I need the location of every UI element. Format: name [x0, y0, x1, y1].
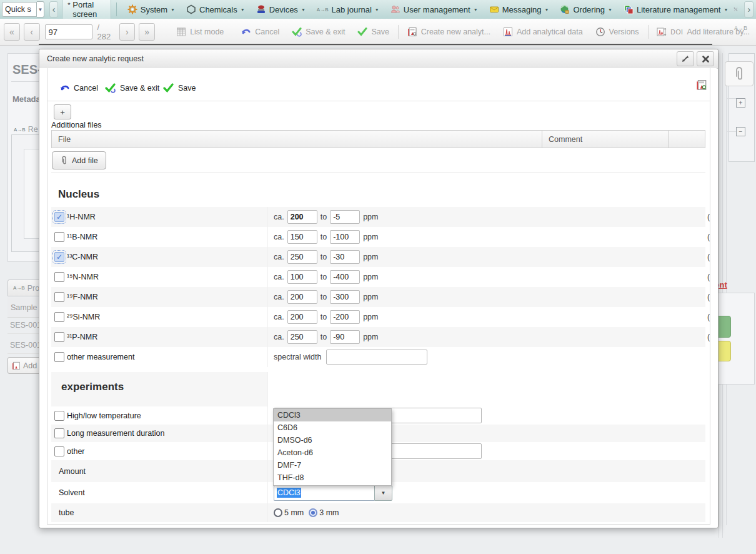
- experiments-heading-row: experiments: [51, 372, 705, 406]
- range-from-input[interactable]: [287, 330, 317, 344]
- dropdown-option-dmf-7[interactable]: DMF-7: [274, 459, 391, 471]
- last-page-button[interactable]: »: [139, 23, 155, 41]
- range-to-input[interactable]: [330, 270, 360, 284]
- range-to-input[interactable]: [330, 290, 360, 304]
- checkbox-29si-nmr[interactable]: [54, 312, 64, 322]
- toolbar-cancel-button[interactable]: Cancel: [235, 27, 286, 37]
- first-page-icon: «: [9, 27, 14, 37]
- literature-spectrum-icon: [657, 27, 667, 37]
- range-to-input[interactable]: [330, 250, 360, 264]
- menu-ordering[interactable]: Ordering▼: [554, 0, 618, 19]
- devices-icon: [256, 4, 266, 14]
- nucleus-label: ¹H-NMR: [67, 213, 96, 221]
- modal-save-exit-button[interactable]: Save & exit: [105, 83, 159, 93]
- versions-button[interactable]: Versions: [589, 27, 645, 37]
- nav-back-button[interactable]: ‹: [49, 1, 59, 18]
- menu-chemicals[interactable]: Chemicals▼: [181, 0, 251, 19]
- quick-search-input[interactable]: [2, 2, 37, 17]
- menu-messaging[interactable]: Messaging▼: [484, 0, 555, 19]
- prev-page-button[interactable]: ‹: [24, 23, 40, 41]
- range-from-input[interactable]: [287, 270, 317, 284]
- radio-3mm[interactable]: [309, 508, 317, 517]
- spectral-width-input[interactable]: [326, 350, 427, 365]
- checkbox-15n-nmr[interactable]: [54, 272, 64, 282]
- chevron-down-icon: ▼: [608, 8, 612, 12]
- radio-5mm[interactable]: [274, 508, 282, 517]
- column-header-file[interactable]: File: [51, 130, 542, 148]
- tab-portal-screen[interactable]: * Portal screen: [62, 0, 111, 19]
- modal-close-button[interactable]: [697, 51, 714, 66]
- modal-save-button[interactable]: Save: [163, 83, 196, 93]
- tube-label: tube: [59, 508, 74, 517]
- menu-literature-management[interactable]: Literature management▼: [618, 0, 734, 19]
- reaction-label-text: Re: [28, 125, 38, 134]
- range-from-input[interactable]: [287, 310, 317, 324]
- dropdown-option-c6d6[interactable]: C6D6: [274, 421, 391, 434]
- create-new-analytic-button[interactable]: Create new analyt...: [401, 27, 497, 37]
- solvent-dropdown-button[interactable]: ▼: [374, 485, 392, 501]
- add-analytical-data-label: Add analytical data: [517, 28, 583, 36]
- checkbox-1h-nmr[interactable]: [54, 212, 64, 222]
- paperclip-icon: [733, 66, 745, 81]
- top-nav: ▼ ‹ * Portal screen System▼ Chemicals▼ D…: [0, 0, 756, 19]
- modal-maximize-button[interactable]: [677, 51, 694, 66]
- column-header-comment[interactable]: Comment: [542, 130, 668, 148]
- add-analytical-data-button[interactable]: Add analytical data: [497, 27, 589, 37]
- solvent-combobox-text[interactable]: CDCl3: [274, 485, 374, 501]
- checkbox-11b-nmr[interactable]: [54, 232, 64, 242]
- checkbox-13c-nmr[interactable]: [54, 252, 64, 262]
- range-from-input[interactable]: [287, 210, 317, 224]
- dropdown-option-thf-d8[interactable]: THF-d8: [274, 471, 391, 484]
- range-from-input[interactable]: [287, 250, 317, 264]
- menu-system[interactable]: System▼: [122, 0, 181, 19]
- menu-label: Devices: [269, 5, 298, 14]
- next-page-button[interactable]: ›: [119, 23, 136, 41]
- checkbox-experiment-other[interactable]: [54, 446, 64, 456]
- dropdown-option-cdcl3[interactable]: CDCl3: [274, 409, 391, 421]
- checkbox-long-duration[interactable]: [54, 428, 64, 438]
- range-to-input[interactable]: [330, 310, 360, 324]
- menu-devices[interactable]: Devices▼: [251, 0, 311, 19]
- modal-header[interactable]: Create new analytic request: [39, 49, 718, 69]
- first-page-button[interactable]: «: [4, 23, 20, 41]
- nucleus-row-13c: ¹³C-NMR ca.toppm(rel. TMS): [51, 247, 705, 267]
- checkbox-high-low-temperature[interactable]: [54, 411, 64, 421]
- collapse-section-button[interactable]: −: [736, 127, 745, 136]
- expand-section-button[interactable]: +: [736, 98, 745, 108]
- tools-icon[interactable]: [734, 4, 738, 14]
- ppm-label: ppm: [363, 233, 378, 241]
- menu-lab-journal[interactable]: A→B Lab journal▼: [311, 0, 385, 19]
- dropdown-option-aceton-d6[interactable]: Aceton-d6: [274, 446, 391, 459]
- page-number-input[interactable]: [45, 24, 92, 39]
- nav-forward-button[interactable]: ›: [744, 1, 754, 18]
- dropdown-option-dmso-d6[interactable]: DMSO-d6: [274, 434, 391, 446]
- ca-label: ca.: [274, 253, 284, 261]
- checkbox-other-measurement[interactable]: [54, 352, 64, 362]
- nucleus-label: ¹⁹F-NMR: [67, 293, 98, 301]
- range-from-input[interactable]: [287, 290, 317, 304]
- add-row-button[interactable]: +: [54, 104, 71, 119]
- solvent-combobox[interactable]: CDCl3 ▼: [274, 485, 392, 501]
- sample-list-item[interactable]: SES-001: [10, 321, 41, 330]
- toolbar-save-button[interactable]: Save: [351, 27, 395, 37]
- menu-user-management[interactable]: User management▼: [385, 0, 484, 19]
- range-to-input[interactable]: [330, 210, 360, 224]
- sample-list-item[interactable]: SES-001: [10, 341, 41, 350]
- save-icon: [163, 83, 174, 93]
- tube-row: tube 5 mm 3 mm: [51, 503, 705, 522]
- list-mode-button[interactable]: List mode: [170, 27, 230, 37]
- quick-search-dropdown-button[interactable]: ▼: [37, 1, 44, 18]
- range-to-input[interactable]: [330, 330, 360, 344]
- modal-cancel-button[interactable]: Cancel: [60, 83, 98, 93]
- attachment-button[interactable]: [725, 61, 754, 86]
- toolbar-save-exit-button[interactable]: Save & exit: [286, 27, 351, 37]
- range-to-input[interactable]: [330, 230, 360, 244]
- checkbox-19f-nmr[interactable]: [54, 292, 64, 302]
- range-from-input[interactable]: [287, 230, 317, 244]
- request-document-icon[interactable]: [696, 79, 707, 91]
- modal-save-exit-label: Save & exit: [120, 84, 159, 93]
- tab-label: Portal screen: [72, 0, 97, 19]
- checkbox-31p-nmr[interactable]: [54, 332, 64, 342]
- add-file-button[interactable]: Add file: [52, 151, 106, 169]
- nucleus-row-31p: ³¹P-NMR ca.toppm(rel. H₃PO₄): [51, 327, 705, 347]
